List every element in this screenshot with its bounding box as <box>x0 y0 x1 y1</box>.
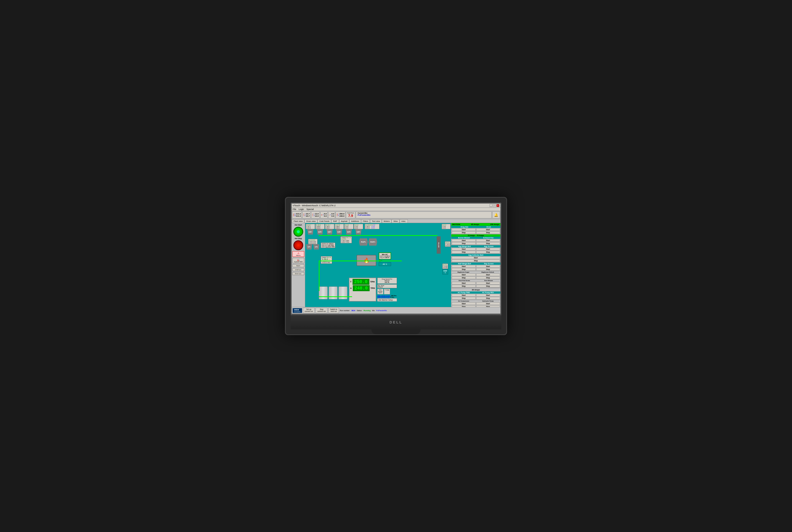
drum-sys-button[interactable]: Drum sys. <box>292 272 304 275</box>
baghouse-airlock-stop-button[interactable]: Stop <box>476 277 500 279</box>
asphalt-button[interactable]: 🏭 Asphalt 4000 <box>292 258 304 263</box>
hydraulic-pump-stop-button[interactable]: Stop <box>476 305 500 307</box>
tab-plant-view[interactable]: Plant view <box>292 220 304 223</box>
agg-screen-col: Start Stop <box>476 248 500 253</box>
burner-exhaust-row: Start Stop Start Stop <box>451 239 500 245</box>
hot-stop-button[interactable] <box>293 240 303 250</box>
hot-start-button[interactable] <box>293 227 303 236</box>
time-from-stop-link[interactable]: TIME FROM STOP <box>377 296 390 298</box>
status-group-4: M T 0.0 0.0 <box>320 211 328 218</box>
baghouse-airlock-start-button[interactable]: Start <box>476 273 500 276</box>
batch-button[interactable]: Batch <box>292 264 304 267</box>
help-button[interactable]: ? Help <box>384 289 390 294</box>
print-button[interactable]: Printperiodicreport <box>377 289 384 294</box>
window-controls: _ □ ✕ <box>489 204 499 207</box>
rap-screen-col: Start Stop <box>476 265 500 271</box>
site-batcher-button[interactable]: Site Batcher Setup <box>377 298 397 302</box>
agg-weigh-start-button[interactable]: Start <box>452 248 476 250</box>
baghouse-airlock-col: Start Stop <box>476 273 500 279</box>
minimize-button[interactable]: _ <box>489 204 492 207</box>
tab-cold-feeds[interactable]: Cold Feeds <box>317 220 331 223</box>
baghouse-auger-start-button[interactable]: Start <box>452 273 476 276</box>
left-sidebar: Hot Start Hot Stop ⚠ Alarms 🏭 Asphalt 40… <box>292 223 305 307</box>
ac-pump-rev-start-button[interactable]: Start <box>476 294 500 297</box>
exhaust-start-button[interactable]: Start <box>476 239 500 242</box>
rap-weigh-start-button[interactable]: Start <box>452 265 476 268</box>
tab-drum-view[interactable]: Drum view <box>305 220 317 223</box>
drum-col: Start Stop <box>476 228 500 234</box>
dust-pod-start-button[interactable]: Start <box>452 282 476 285</box>
alarm-indicator[interactable]: ⚠ Alarms <box>292 251 304 257</box>
drum-stop-button[interactable]: Stop <box>476 231 500 234</box>
agg-collector-start-button[interactable]: Start <box>452 256 500 259</box>
dust-blower-start-button[interactable]: Start <box>476 282 500 285</box>
a-display: 248.0 <box>353 285 370 291</box>
menu-file[interactable]: File <box>293 208 296 210</box>
maximize-button[interactable]: □ <box>493 204 496 207</box>
tab-asphalt[interactable]: Asphalt <box>339 220 349 223</box>
tab-fillers[interactable]: Fillers <box>361 220 370 223</box>
ac-pump-rev-col: Start Stop <box>476 294 500 300</box>
agg-weigh-stop-button[interactable]: Stop <box>452 251 476 253</box>
tab-additives[interactable]: Additives <box>349 220 361 223</box>
alarm-bell[interactable]: 🔔 <box>492 211 500 218</box>
rap1-box: RAP1 <box>359 239 368 246</box>
burner-start-button[interactable]: Start <box>452 239 476 242</box>
ac-pump-fwd-stop-button[interactable]: Stop <box>452 297 476 300</box>
tank-group: 1 2 3 <box>319 278 347 302</box>
status-val-4a: 0.0 <box>324 213 327 215</box>
menu-bar: File Logic Special <box>292 208 500 211</box>
feeds-row: % 16.7 T 37.1 A 37.0 CF1 % 38.9 T 84.8 <box>305 223 451 235</box>
dust-pod-stop-button[interactable]: Stop <box>452 285 476 287</box>
setup-current-run-button[interactable]: Set-upcurrent run <box>303 308 315 314</box>
rap-data-box: % 100.0 T 24.2 A 24.2 % 0.0 T 0.0 A 0.0 <box>365 224 380 235</box>
menu-logic[interactable]: Logic <box>299 208 304 210</box>
amps-65: 65 Amps <box>471 223 479 226</box>
status-val-4b: 0.0 <box>324 215 327 217</box>
drag-slat-stop-button[interactable]: Stop <box>452 231 476 234</box>
agg-screen-stop-button[interactable]: Stop <box>476 251 500 253</box>
hydraulic-pump-label: Hydraulic Pump <box>482 300 494 302</box>
dell-label: DELL <box>390 320 403 324</box>
switch-next-run-button[interactable]: Switch tonext run <box>328 308 339 314</box>
burner-stop-button[interactable]: Stop <box>452 242 476 245</box>
small-sys-button[interactable]: small sys. <box>292 268 304 271</box>
hydraulic-pump-col: Start Stop <box>476 302 500 307</box>
rap-weigh-stop-button[interactable]: Stop <box>452 268 476 271</box>
asphalt-label: Asphalt 4000 <box>293 261 304 263</box>
motion-bar: MOTION 65 Amps 150 Amps <box>451 223 500 226</box>
status-val-3b: 12.0 <box>315 215 319 217</box>
tab-motors[interactable]: Motors <box>382 220 391 223</box>
ac-pump-rev-stop-button[interactable]: Stop <box>476 297 500 300</box>
cf6-hopper: % 0.0 T 0.0 A 0.0 CF6 <box>354 224 363 235</box>
rap-weigh-screen-group: RAP Weigh Belt Rap Screen Start Stop Sta… <box>451 263 500 271</box>
agg-screen-label: Agg Screen <box>484 246 494 247</box>
main-content: Hot Start Hot Stop ⚠ Alarms 🏭 Asphalt 40… <box>292 223 500 307</box>
ac1-button[interactable]: AC 1 <box>379 262 391 266</box>
hydraulic-pump-start-button[interactable]: Start <box>476 302 500 305</box>
air-compressor-stop-button[interactable]: Stop <box>452 305 476 307</box>
air-compressor-start-button[interactable]: Start <box>452 302 476 305</box>
rap-screen-stop-button[interactable]: Stop <box>476 268 500 271</box>
drag-slat-start-button[interactable]: Start <box>452 228 476 231</box>
agg-weigh-screen-row: Start Stop Start Stop <box>451 247 500 254</box>
agg-screen-start-button[interactable]: Start <box>476 248 500 250</box>
ac-pump-fwd-start-button[interactable]: Start <box>452 294 476 297</box>
baghouse-auger-stop-button[interactable]: Stop <box>452 277 476 279</box>
dust-blower-stop-button[interactable]: Stop <box>476 285 500 287</box>
mix-temp-box: Mix Temp 275.0 F <box>377 284 397 288</box>
dust-blower-col: Start Stop <box>476 282 500 287</box>
menu-special[interactable]: Special <box>306 208 314 210</box>
rap2-box: RAP2 <box>368 239 377 246</box>
tab-text-view[interactable]: Text view <box>370 220 382 223</box>
dust-pod-col: Start Stop <box>452 282 476 287</box>
drum-start-button[interactable]: Start <box>476 228 500 231</box>
agg-collector-stop-button[interactable]: Stop <box>452 259 500 262</box>
exhaust-stop-button[interactable]: Stop <box>476 242 500 245</box>
tab-silos[interactable]: Silos <box>391 220 399 223</box>
tab-rap[interactable]: RAP <box>331 220 339 223</box>
tab-misc[interactable]: misc. <box>400 220 408 223</box>
rap-screen-start-button[interactable]: Start <box>476 265 500 268</box>
stop-current-run-button[interactable]: Stopcurrent run <box>315 308 327 314</box>
close-button[interactable]: ✕ <box>497 204 499 207</box>
